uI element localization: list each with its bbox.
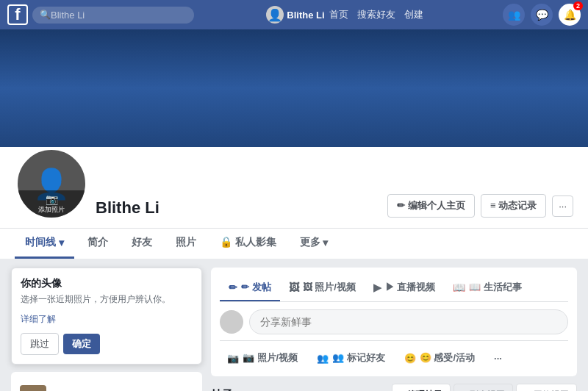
chevron-down-icon: ▾ [59,237,64,248]
facebook-logo: f [7,4,28,25]
nav-icon-group: 👥 💬 🔔 2 [503,4,581,26]
friends-icon-btn[interactable]: 👥 [503,4,525,26]
messenger-icon-btn[interactable]: 💬 [531,4,553,26]
avatar-tooltip: 你的头像 选择一张近期照片，方便用户辨认你。 详细了解 跳过 确定 [11,268,202,365]
profile-tabs: 时间线 ▾ 简介 好友 照片 🔒 私人影集 更多 ▾ [0,228,588,259]
nav-user-info: 👤 Blithe Li [266,6,324,24]
profile-name: Blithe Li [96,198,380,218]
tooltip-title: 你的头像 [21,277,193,290]
camera-icon: 📷 [46,193,58,205]
add-photo-label: 添加照片 [38,205,65,215]
cover-area: 👤 📷 添加照片 Blithe Li ✏ 编辑个人主页 ≡ 动态记录 ··· 时… [0,29,588,259]
composer-tag-action[interactable]: 👥 👥 标记好友 [309,347,392,369]
chevron-down-icon-more: ▾ [323,237,328,248]
activity-log-button[interactable]: ≡ 动态记录 [481,194,546,218]
nav-center-links: 👤 Blithe Li 首页 搜索好友 创建 [194,6,495,24]
book-icon: 📖 [453,281,465,293]
composer-more-action[interactable]: ··· [487,347,509,369]
posts-view-buttons: ≡ 管理帖子 ≡ 列表视图 ⊞ 网格视图 [392,384,577,391]
composer-avatar [220,310,243,334]
composer-input-row [220,309,568,334]
tab-timeline[interactable]: 时间线 ▾ [15,229,74,259]
manage-posts-button[interactable]: ≡ 管理帖子 [392,384,451,391]
composer-text-input[interactable] [249,309,568,334]
profile-section: 👤 📷 添加照片 Blithe Li ✏ 编辑个人主页 ≡ 动态记录 ··· [0,147,588,228]
tab-about[interactable]: 简介 [77,229,118,259]
composer-tab-photo[interactable]: 🖼 🖼 照片/视频 [280,275,365,301]
profile-info: Blithe Li [88,162,387,220]
more-options-button[interactable]: ··· [552,196,573,217]
tab-friends[interactable]: 好友 [121,229,162,259]
profile-avatar[interactable]: 👤 📷 添加照片 [15,147,88,220]
composer-tab-live[interactable]: ▶ ▶ 直播视频 [365,275,445,301]
location-thumbnail: 🏙 [20,385,46,391]
notification-icon-btn[interactable]: 🔔 2 [559,4,581,26]
nav-link-home[interactable]: 首页 [329,8,348,21]
edit-profile-button[interactable]: ✏ 编辑个人主页 [387,194,475,218]
nav-avatar: 👤 [266,6,284,24]
tab-more[interactable]: 更多 ▾ [290,229,338,259]
nav-username: Blithe Li [287,10,324,21]
tooltip-description: 选择一张近期照片，方便用户辨认你。 [21,293,193,306]
top-navigation: f 🔍 👤 Blithe Li 首页 搜索好友 创建 👥 💬 🔔 2 [0,0,588,29]
composer-footer: 📷 📷 照片/视频 👥 👥 标记好友 😊 😊 感受/活动 ··· [220,340,568,369]
tab-private-album[interactable]: 🔒 私人影集 [209,229,287,259]
notification-badge: 2 [573,1,583,10]
nav-links: 首页 搜索好友 创建 [329,8,423,21]
nav-link-friends[interactable]: 搜索好友 [357,8,395,21]
posts-title: 帖子 [211,388,233,391]
photo-icon: 🖼 [289,281,299,293]
camera-action-icon: 📷 [227,353,239,364]
nav-link-create[interactable]: 创建 [404,8,423,21]
composer-tab-life[interactable]: 📖 📖 生活纪事 [444,275,531,301]
list-view-button[interactable]: ≡ 列表视图 [453,384,512,391]
pencil-icon: ✏ [229,281,237,293]
search-input[interactable] [51,10,183,21]
tooltip-learn-more-link[interactable]: 详细了解 [21,313,193,326]
right-content: ✏ ✏ 发帖 🖼 🖼 照片/视频 ▶ ▶ 直播视频 📖 📖 生活纪事 [211,268,577,391]
avatar-overlay[interactable]: 📷 添加照片 [18,190,85,218]
tooltip-actions: 跳过 确定 [21,333,193,355]
composer-tabs: ✏ ✏ 发帖 🖼 🖼 照片/视频 ▶ ▶ 直播视频 📖 📖 生活纪事 [220,275,568,302]
tooltip-confirm-button[interactable]: 确定 [63,334,100,354]
post-composer: ✏ ✏ 发帖 🖼 🖼 照片/视频 ▶ ▶ 直播视频 📖 📖 生活纪事 [211,268,577,376]
main-content: 你的头像 选择一张近期照片，方便用户辨认你。 详细了解 跳过 确定 🏙 河南省 … [0,259,588,391]
left-sidebar: 你的头像 选择一张近期照片，方便用户辨认你。 详细了解 跳过 确定 🏙 河南省 … [11,268,202,391]
live-icon: ▶ [373,281,381,293]
emoji-action-icon: 😊 [404,353,416,364]
composer-photo-action[interactable]: 📷 📷 照片/视频 [220,347,305,369]
location-item: 🏙 河南省 郑州市 ✎ [20,381,193,391]
composer-feeling-action[interactable]: 😊 😊 感受/活动 [397,347,482,369]
search-icon: 🔍 [40,10,51,20]
posts-header: 帖子 ≡ 管理帖子 ≡ 列表视图 ⊞ 网格视图 [211,384,577,391]
nav-search-box[interactable]: 🔍 [32,7,194,24]
composer-tab-post[interactable]: ✏ ✏ 发帖 [220,275,280,301]
tab-photos[interactable]: 照片 [165,229,207,259]
tag-action-icon: 👥 [317,353,329,364]
grid-view-button[interactable]: ⊞ 网格视图 [516,384,577,391]
location-card: 🏙 河南省 郑州市 ✎ 🌐 公开 ▾ 跳过 保存 [11,372,202,391]
tooltip-skip-button[interactable]: 跳过 [21,333,59,355]
profile-actions: ✏ 编辑个人主页 ≡ 动态记录 ··· [387,194,573,220]
